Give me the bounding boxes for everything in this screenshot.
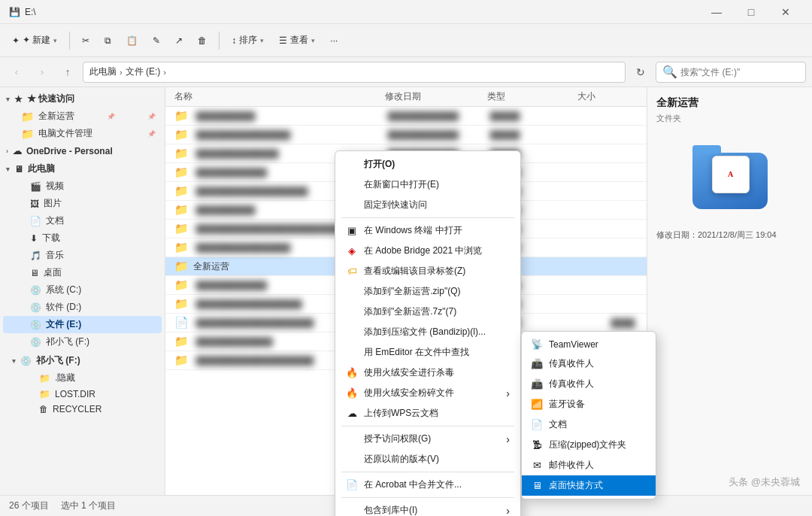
folder-icon: 📁	[174, 354, 189, 367]
col-name-header[interactable]: 名称	[174, 90, 385, 103]
col-type-header[interactable]: 类型	[487, 90, 577, 103]
submenu-zip-folder[interactable]: 🗜 压缩(zipped)文件夹	[522, 435, 656, 455]
paste-icon: 📋	[126, 35, 138, 46]
ctx-sep-4	[341, 497, 514, 498]
thispc-icon: 🖥	[14, 164, 23, 175]
preview-pane: 全新运营 文件夹 A 修改日期：2021/12/8/周三 19:04	[647, 87, 812, 495]
submenu-fax-2[interactable]: 📠 传真收件人	[522, 374, 656, 394]
sidebar-item-diannao[interactable]: 📁 电脑文件管理 📌	[3, 125, 162, 142]
title-text: E:\	[25, 7, 36, 17]
sidebar-item-lostdir[interactable]: 📁 LOST.DIR	[3, 387, 162, 402]
ctx-grant-access[interactable]: 授予访问权限(G)	[335, 429, 520, 449]
path-pc[interactable]: 此电脑	[89, 65, 117, 78]
onedrive-label: OneDrive - Personal	[26, 146, 113, 156]
folder-icon: 📁	[174, 241, 189, 254]
sidebar-item-hidden[interactable]: 📁 .隐藏	[3, 369, 162, 387]
sidebar-item-music[interactable]: 🎵 音乐	[3, 247, 162, 264]
submenu-fax-1[interactable]: 📠 传真收件人	[522, 354, 656, 374]
table-row[interactable]: 📁████████████████ ████████████ █████	[165, 126, 647, 144]
folder-icon: 📁	[174, 128, 189, 141]
ctx-windows-terminal[interactable]: ▣ 在 Windows 终端 中打开	[335, 220, 520, 241]
ctx-huorong-shred[interactable]: 🔥 使用火绒安全粉碎文件	[335, 383, 520, 403]
sidebar-item-picture[interactable]: 🖼 图片	[3, 195, 162, 212]
folder-icon: 📁	[174, 203, 189, 217]
forward-button[interactable]: ›	[32, 62, 53, 83]
thispc-header[interactable]: ▾ 🖥 此电脑	[0, 160, 165, 178]
cut-button[interactable]: ✂	[76, 32, 95, 49]
thispc-chevron: ▾	[6, 165, 10, 173]
ctx-add-zip[interactable]: 添加到"全新运营.zip"(Q)	[335, 281, 520, 302]
ctx-huorong-virus[interactable]: 🔥 使用火绒安全进行杀毒	[335, 363, 520, 383]
folder-icon: 📁	[174, 165, 189, 179]
preview-date: 修改日期：2021/12/8/周三 19:04	[656, 229, 777, 241]
close-button[interactable]: ✕	[768, 0, 803, 24]
sidebar-item-docs[interactable]: 📄 文档	[3, 212, 162, 229]
ctx-wps-cloud[interactable]: ☁ 上传到WPS云文档	[335, 403, 520, 423]
share-button[interactable]: ↗	[169, 32, 189, 49]
submenu-docs[interactable]: 📄 文档	[522, 414, 656, 435]
quick-access-header[interactable]: ▾ ★ ★ 快速访问	[0, 90, 165, 108]
thispc-label: 此电脑	[28, 162, 55, 175]
new-button[interactable]: ✦ ✦ 新建 ▾	[6, 31, 63, 50]
ctx-include-library[interactable]: 包含到库中(I)	[335, 500, 520, 516]
submenu-bluetooth[interactable]: 📶 蓝牙设备	[522, 394, 656, 414]
toolbar: ✦ ✦ 新建 ▾ ✂ ⧉ 📋 ✎ ↗ 🗑 ↕ 排序 ▾ ☰ 查看 ▾ ···	[0, 24, 812, 57]
onedrive-chevron: ›	[6, 147, 8, 155]
sidebar-item-d-drive[interactable]: 💿 软件 (D:)	[3, 299, 162, 316]
sidebar-item-recycler[interactable]: 🗑 RECYCLER	[3, 402, 162, 417]
path-files[interactable]: 文件 (E:)	[126, 65, 161, 78]
minimize-button[interactable]: —	[699, 0, 734, 24]
music-icon: 🎵	[30, 250, 41, 261]
submenu-teamviewer[interactable]: 📡 TeamViewer	[522, 335, 656, 354]
sidebar-item-desktop[interactable]: 🖥 桌面	[3, 264, 162, 281]
ctx-open-new-window[interactable]: 在新窗口中打开(E)	[335, 175, 520, 195]
ctx-adobe-bridge[interactable]: ◈ 在 Adobe Bridge 2021 中浏览	[335, 241, 520, 261]
back-button[interactable]: ‹	[6, 62, 27, 83]
hidden-icon: 📁	[39, 373, 50, 384]
onedrive-header[interactable]: › ☁ OneDrive - Personal	[0, 144, 165, 159]
up-button[interactable]: ↑	[57, 62, 78, 83]
view-button[interactable]: ☰ 查看 ▾	[273, 31, 321, 50]
refresh-button[interactable]: ↻	[630, 62, 651, 83]
maximize-button[interactable]: □	[734, 0, 768, 24]
view-icon: ☰	[279, 35, 287, 46]
ctx-restore-version[interactable]: 还原以前的版本(V)	[335, 449, 520, 469]
sort-icon: ↕	[232, 35, 236, 46]
col-size-header[interactable]: 大小	[577, 90, 638, 103]
file-icon: 📄	[174, 316, 189, 329]
sidebar-item-video[interactable]: 🎬 视频	[3, 178, 162, 195]
sidebar-item-e-drive[interactable]: 💿 文件 (E:)	[3, 316, 162, 333]
submenu-mail[interactable]: ✉ 邮件收件人	[522, 455, 656, 475]
submenu: 📡 TeamViewer 📠 传真收件人 📠 传真收件人 📶 蓝牙设备 📄 文档…	[521, 331, 656, 499]
ctx-acrobat[interactable]: 📄 在 Acrobat 中合并文件...	[335, 475, 520, 495]
search-box[interactable]: 🔍	[656, 62, 806, 83]
ctx-add-bandizip[interactable]: 添加到压缩文件 (Bandizip)(l)...	[335, 322, 520, 342]
sidebar-item-c-drive[interactable]: 💿 系统 (C:)	[3, 281, 162, 299]
rename-button[interactable]: ✎	[147, 32, 166, 49]
address-path[interactable]: 此电脑 › 文件 (E:) ›	[83, 62, 626, 83]
downloads-icon: ⬇	[30, 233, 38, 244]
desktop-shortcut-icon: 🖥	[531, 480, 543, 491]
submenu-desktop-shortcut[interactable]: 🖥 桌面快捷方式	[522, 475, 656, 496]
search-input[interactable]	[680, 67, 799, 77]
qixiaofei-header[interactable]: ▾ 💿 祁小飞 (F:)	[0, 352, 165, 369]
teamviewer-icon: 📡	[531, 338, 543, 350]
d-drive-icon: 💿	[30, 302, 41, 313]
copy-button[interactable]: ⧉	[98, 32, 117, 49]
ctx-emeditor[interactable]: 用 EmEditor 在文件中查找	[335, 342, 520, 363]
more-button[interactable]: ···	[324, 32, 344, 49]
ctx-pin-quick-access[interactable]: 固定到快速访问	[335, 195, 520, 215]
table-row[interactable]: 📁██████████ ████████████ █████	[165, 107, 647, 126]
preview-badge-icon: A	[728, 170, 733, 178]
paste-button[interactable]: 📋	[120, 32, 144, 49]
sort-button[interactable]: ↕ 排序 ▾	[226, 31, 270, 50]
sidebar-item-quanxinyun[interactable]: 📁 全新运营 📌	[3, 108, 162, 125]
delete-button[interactable]: 🗑	[192, 32, 213, 49]
col-date-header[interactable]: 修改日期	[385, 90, 487, 103]
ctx-add-7z[interactable]: 添加到"全新运营.7z"(7)	[335, 302, 520, 322]
ctx-edit-tag[interactable]: 🏷 查看或编辑该目录标签(Z)	[335, 261, 520, 281]
sidebar-item-f-drive[interactable]: 💿 祁小飞 (F:)	[3, 333, 162, 351]
more-icon: ···	[330, 35, 338, 46]
ctx-open[interactable]: 打开(O)	[335, 154, 520, 175]
sidebar-item-downloads[interactable]: ⬇ 下载	[3, 229, 162, 247]
